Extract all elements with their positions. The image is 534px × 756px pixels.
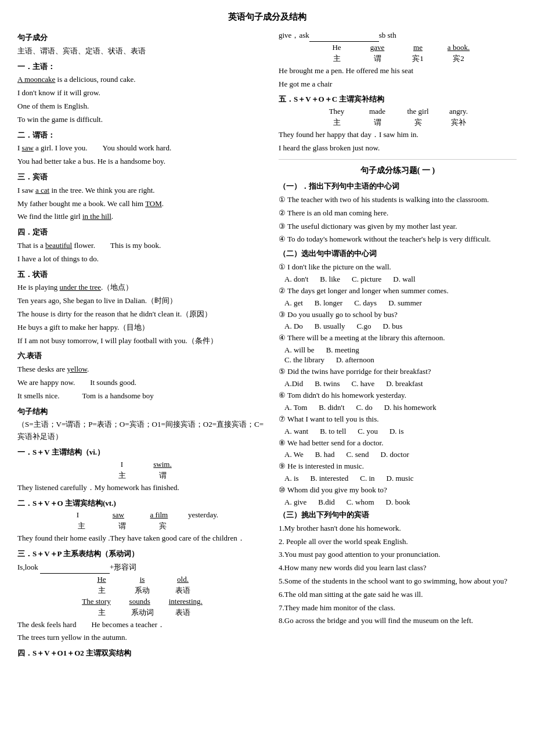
p2-q4: ④ There will be a meeting at the library… (279, 332, 517, 344)
s5-item1: He is playing under the tree.（地点） (17, 282, 267, 294)
p3-q5: 5.Some of the students in the school wan… (279, 575, 517, 588)
section-predicate: 二．谓语： (17, 129, 267, 142)
p1-q3: ③ The useful dictionary was given by my … (279, 221, 517, 233)
p2-q2: ② The days get longer and longer when su… (279, 285, 517, 297)
struct3-diagram2: 主系动表语 (17, 585, 267, 596)
struct2-extra: They found their home easily .They have … (17, 532, 267, 545)
p3-q2: 2. People all over the world speak Engli… (279, 536, 517, 548)
p3-q4: 4.How many new words did you learn last … (279, 562, 517, 574)
s5-item2: Ten years ago, She began to live in Dali… (17, 295, 267, 307)
struct3-diagram4: 主系动词表语 (17, 607, 267, 618)
p2-q9-opts: A. isB. interestedC. inD. music (284, 474, 517, 483)
p2-q5-opts: A.DidB. twinsC. haveD. breakfast (284, 379, 517, 388)
p1-q1: ① The teacher with two of his students i… (279, 194, 517, 206)
p2-q10: ⑩ Whom did you give my book to? (279, 484, 517, 496)
s1-item3: One of them is English. (17, 100, 267, 113)
struct3-extra1: The desk feels hard He becomes a teacher… (17, 619, 267, 631)
right-intro1: give，asksb sth (279, 30, 517, 42)
struct1-extra: They listened carefully．My homework has … (17, 482, 267, 494)
s5-item4: He buys a gift to make her happy.（目地） (17, 322, 267, 334)
p3-q7: 7.They made him monitor of the class. (279, 602, 517, 614)
s1-item2: I don't know if it will grow. (17, 87, 267, 99)
p2-q1: ① I don't like the picture on the wall. (279, 261, 517, 273)
s3-item2: My father bought me a book. We call him … (17, 198, 267, 210)
struct1-diagram2: 主谓 (17, 470, 267, 481)
p2-q4-opts-row1: A. will beB. meeting (284, 345, 517, 355)
struct3-label: 三．S＋V＋P 主系表结构（系动词） (17, 548, 267, 560)
right-he2: He got me a chair (279, 78, 517, 91)
struct3-extra2: The trees turn yellow in the autumn. (17, 632, 267, 644)
s2-item1: I saw a girl. I love you. You should wor… (17, 142, 267, 154)
s6-item1: These desks are yellow. (17, 363, 267, 376)
p2-q7-opts: A. wantB. to tellC. youD. is (284, 427, 517, 436)
p1-q4: ④ To do today's homework without the tea… (279, 233, 517, 246)
right-column: give，asksb sth Hegavemea book. 主谓宾1宾2 He… (279, 28, 517, 661)
struct2-diagram2: 主谓宾 (17, 521, 267, 531)
s3-item3: We find the little girl in the hill. (17, 211, 267, 223)
part1-title: （一）．指出下列句中主语的中心词 (279, 181, 517, 193)
s6-item2: We are happy now. It sounds good. (17, 377, 267, 389)
intro-text: 主语、谓语、宾语、定语、状语、表语 (17, 45, 267, 57)
section-subject: 一．主语： (17, 61, 267, 73)
right-he1: He brought me a pen. He offered me his s… (279, 65, 517, 77)
p2-q3: ③ Do you usually go to school by bus? (279, 309, 517, 321)
p2-q9: ⑨ He is interested in music. (279, 460, 517, 473)
p2-q5: ⑤ Did the twins have porridge for their … (279, 366, 517, 378)
p2-q7: ⑦ What I want to tell you is this. (279, 413, 517, 426)
s5oc-line2: I heard the glass broken just now. (279, 142, 517, 154)
struct2-label: 二．S＋V＋O 主谓宾结构(vt.) (17, 498, 267, 510)
p3-q3: 3.You must pay good attention to your pr… (279, 549, 517, 561)
structure-title: 句子结构 (17, 406, 267, 418)
section-adv: 五．状语 (17, 269, 267, 281)
p3-q8: 8.Go across the bridge and you will find… (279, 615, 517, 627)
exercise-title: 句子成分练习题( 一 ) (279, 164, 517, 177)
s5oc-diag1: Theymadethe girlangry. (279, 107, 517, 116)
struct3-diagram3: The storysoundsinteresting. (17, 597, 267, 606)
part2-title: （二）选出句中谓语的中心词 (279, 248, 517, 260)
p2-q3-opts: A. DoB. usuallyC.goD. bus (284, 322, 517, 331)
give-diagram1: Hegavemea book. (279, 43, 517, 52)
p1-q2: ② There is an old man coming here. (279, 207, 517, 219)
left-column: 句子成分 主语、谓语、宾语、定语、状语、表语 一．主语： A mooncake … (17, 28, 267, 661)
s5oc-line1: They found her happy that day．I saw him … (279, 129, 517, 141)
struct1-diagram1: Iswim. (17, 460, 267, 469)
s5oc-diag2: 主谓宾宾补 (279, 117, 517, 128)
section-attr: 四．定语 (17, 226, 267, 239)
p3-q1: 1.My brother hasn't done his homework. (279, 523, 517, 535)
page-title: 英语句子成分及结构 (17, 12, 517, 23)
s5-item5: If I am not busy tomorrow, I will play f… (17, 335, 267, 347)
part3-title: （三）挑出下列句中的宾语 (279, 509, 517, 521)
section-object: 三．宾语 (17, 171, 267, 183)
p3-q6: 6.The old man sitting at the gate said h… (279, 589, 517, 601)
p2-q6: ⑥ Tom didn't do his homework yesterday. (279, 390, 517, 402)
p2-q10-opts: A. giveB.didC. whomD. book (284, 498, 517, 507)
struct3-diagram1: Heisold. (17, 575, 267, 584)
s3-item1: I saw a cat in the tree. We think you ar… (17, 185, 267, 197)
s6-item3: It smells nice. Tom is a handsome boy (17, 390, 267, 402)
p2-q1-opts: A. don'tB. likeC. pictureD. wall (284, 275, 517, 284)
intro-title: 句子成分 (17, 32, 267, 44)
p2-q8: ⑧ We had better send for a doctor. (279, 437, 517, 449)
structure-note: （S=主语；V=谓语；P=表语；O=宾语；O1=间接宾语；O2=直接宾语；C=宾… (17, 419, 267, 443)
s4-item1: That is a beautiful flower. This is my b… (17, 240, 267, 252)
s4-item2: I have a lot of things to do. (17, 253, 267, 265)
s5oc-label: 五．S＋V＋O＋C 主谓宾补结构 (279, 93, 517, 106)
give-diagram2: 主谓宾1宾2 (279, 53, 517, 64)
p2-q4-opts-row2: C. the libraryD. afternoon (284, 355, 517, 365)
p2-q8-opts: A. WeB. hadC. sendD. doctor (284, 450, 517, 459)
s5-item3: The house is dirty for the reason that h… (17, 308, 267, 321)
s2-item2: You had better take a bus. He is a hands… (17, 156, 267, 168)
struct3-blank: Is,look +形容词 (17, 561, 267, 574)
s1-item4: To win the game is difficult. (17, 114, 267, 126)
section-pred2: 六.表语 (17, 350, 267, 362)
s1-item1: A mooncake is a delicious, round cake. (17, 74, 267, 86)
p2-q2-opts: A. getB. longerC. daysD. summer (284, 298, 517, 308)
struct1-label: 一．S＋V 主谓结构（vi.） (17, 447, 267, 459)
struct4-label: 四．S＋V＋O1＋O2 主谓双宾结构 (17, 647, 267, 660)
struct2-diagram1: Isawa filmyesterday. (17, 510, 267, 520)
p2-q6-opts: A. TomB. didn'tC. doD. his homework (284, 403, 517, 412)
